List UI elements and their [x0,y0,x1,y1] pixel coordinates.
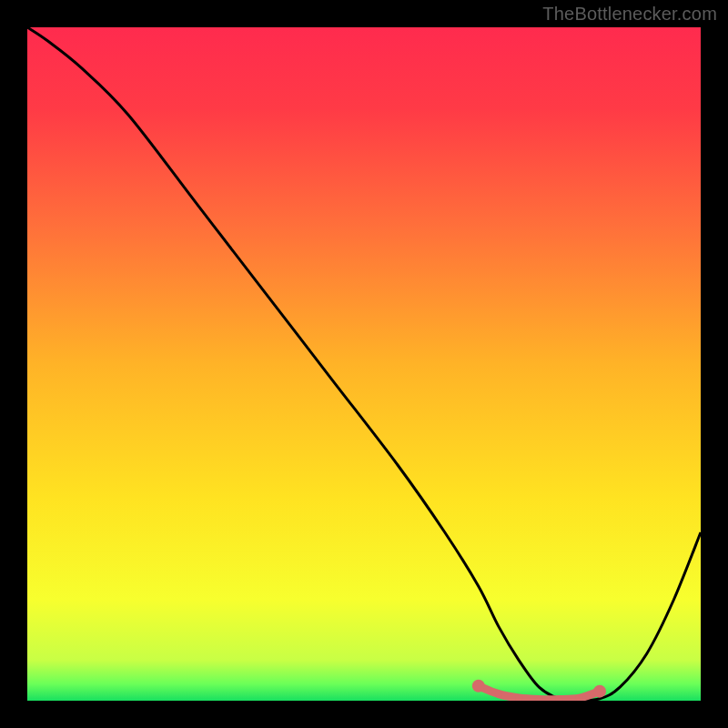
highlight-dot [472,680,485,693]
gradient-background [27,27,701,701]
chart-frame: TheBottlenecker.com [0,0,728,728]
bottleneck-chart [27,27,701,701]
plot-area [27,27,701,701]
attribution-label: TheBottlenecker.com [542,4,717,25]
highlight-dot [593,685,606,698]
highlight-dot [495,691,502,698]
